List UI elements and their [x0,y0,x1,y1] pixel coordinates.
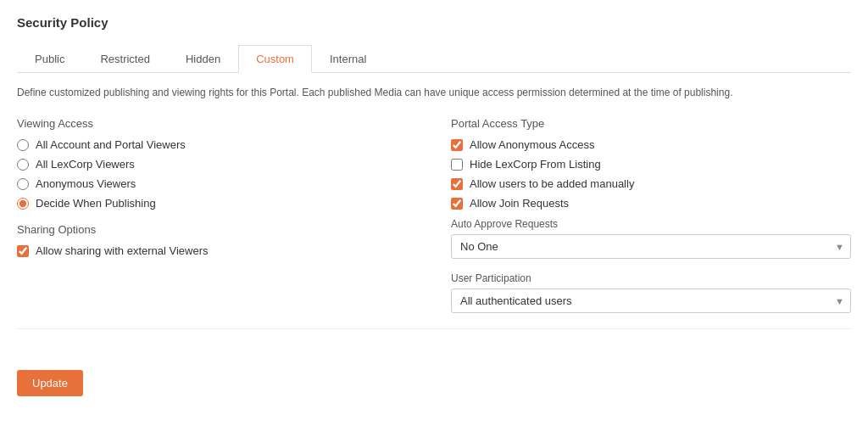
main-content: Viewing Access All Account and Portal Vi… [17,117,851,313]
tab-internal[interactable]: Internal [312,45,384,73]
portal-access-label: Portal Access Type [451,117,851,130]
allow-join-checkbox[interactable]: Allow Join Requests [451,197,851,210]
tab-custom[interactable]: Custom [238,45,312,73]
allow-anon-input[interactable] [451,139,463,151]
allow-anon-checkbox[interactable]: Allow Anonymous Access [451,138,851,151]
radio-all-account[interactable]: All Account and Portal Viewers [17,138,417,151]
tabs-container: Public Restricted Hidden Custom Internal [17,45,851,73]
update-button[interactable]: Update [17,370,83,396]
radio-all-lexcorp-input[interactable] [17,159,29,171]
radio-all-account-label: All Account and Portal Viewers [36,138,186,151]
allow-anon-label: Allow Anonymous Access [470,138,594,151]
allow-sharing-label: Allow sharing with external Viewers [36,244,209,257]
allow-sharing-checkbox[interactable]: Allow sharing with external Viewers [17,244,417,257]
footer-divider [17,328,851,329]
viewing-access-group: All Account and Portal Viewers All LexCo… [17,138,417,210]
radio-all-account-input[interactable] [17,139,29,151]
user-participation-dropdown-wrapper: All authenticated users Invite Only No O… [451,289,851,313]
tab-hidden[interactable]: Hidden [168,45,238,73]
user-participation-select[interactable]: All authenticated users Invite Only No O… [451,289,851,313]
tab-restricted[interactable]: Restricted [82,45,168,73]
page-title: Security Policy [17,15,851,30]
user-participation-label: User Participation [451,272,851,284]
hide-lexcorp-checkbox[interactable]: Hide LexCorp From Listing [451,158,851,171]
auto-approve-select[interactable]: No One All Members Admins Only [451,234,851,259]
radio-decide[interactable]: Decide When Publishing [17,197,417,210]
radio-decide-input[interactable] [17,198,29,210]
allow-join-label: Allow Join Requests [470,197,569,210]
description-text: Define customized publishing and viewing… [17,85,851,100]
allow-sharing-input[interactable] [17,245,29,257]
auto-approve-dropdown-wrapper: No One All Members Admins Only ▼ [451,234,851,259]
sharing-label: Sharing Options [17,223,417,236]
radio-anonymous-input[interactable] [17,178,29,190]
allow-manual-label: Allow users to be added manually [470,177,634,190]
radio-all-lexcorp-label: All LexCorp Viewers [36,158,135,171]
radio-decide-label: Decide When Publishing [36,197,156,210]
radio-anonymous-label: Anonymous Viewers [36,177,136,190]
sharing-section: Sharing Options Allow sharing with exter… [17,223,417,257]
auto-approve-label: Auto Approve Requests [451,218,851,230]
right-column: Portal Access Type Allow Anonymous Acces… [451,117,851,313]
hide-lexcorp-input[interactable] [451,159,463,171]
radio-all-lexcorp[interactable]: All LexCorp Viewers [17,158,417,171]
viewing-access-label: Viewing Access [17,117,417,130]
auto-approve-group: Auto Approve Requests No One All Members… [451,218,851,259]
left-column: Viewing Access All Account and Portal Vi… [17,117,417,313]
portal-access-section: Portal Access Type Allow Anonymous Acces… [451,117,851,259]
hide-lexcorp-label: Hide LexCorp From Listing [470,158,601,171]
radio-anonymous[interactable]: Anonymous Viewers [17,177,417,190]
allow-manual-input[interactable] [451,178,463,190]
tab-public[interactable]: Public [17,45,82,73]
allow-join-input[interactable] [451,198,463,210]
allow-manual-checkbox[interactable]: Allow users to be added manually [451,177,851,190]
user-participation-section: User Participation All authenticated use… [451,272,851,313]
